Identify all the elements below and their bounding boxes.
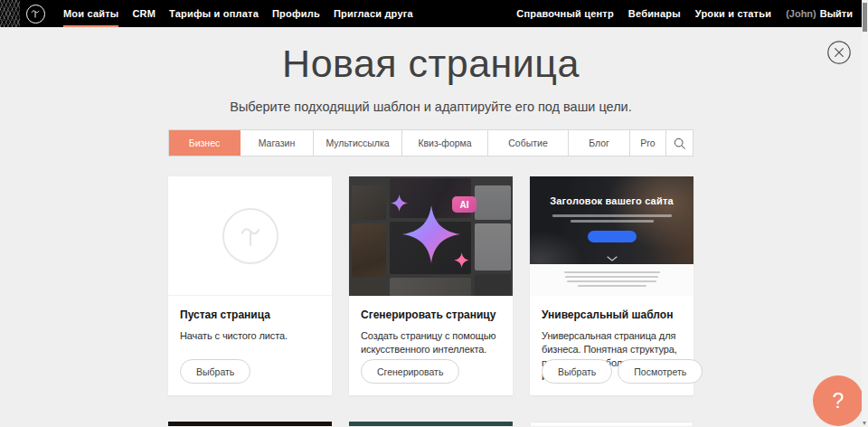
text-line [567,280,656,282]
text-line [565,276,658,278]
nav-webinars[interactable]: Вебинары [628,8,681,19]
tab-blog[interactable]: Блог [569,130,630,156]
hero-cta-button [588,231,637,242]
close-icon [827,41,851,64]
preview-template-button[interactable]: Посмотреть [618,359,703,384]
text-line [564,271,660,273]
tab-shop[interactable]: Магазин [241,130,314,156]
tilda-glyph [235,221,266,251]
tab-event[interactable]: Событие [488,130,569,156]
nav-invite-friend[interactable]: Пригласи друга [334,0,413,27]
page-subtitle: Выберите подходящий шаблон и адаптируйте… [0,100,862,114]
topbar-texture [0,0,20,27]
choose-blank-button[interactable]: Выбрать [180,359,250,384]
user-name: (John) [786,8,816,19]
text-line [578,285,646,287]
nav-crm[interactable]: CRM [132,0,156,27]
template-hero-heading: Заголовок вашего сайта [530,195,693,206]
new-page-modal: Новая страница Выберите подходящий шабло… [0,27,862,427]
nav-help-center[interactable]: Справочный центр [516,8,614,19]
tab-multilink[interactable]: Мультиссылка [314,130,402,156]
card-blank-page: Пустая страница Начать с чистого листа. … [168,176,332,395]
secondary-nav: Справочный центр Вебинары Уроки и статьи… [516,0,853,27]
scrollbar-arrow-down[interactable] [863,422,866,425]
card-ai-generate: AI Сгенерировать страницу Создать страни… [349,176,513,395]
nav-profile[interactable]: Профиль [272,0,320,27]
logout-link[interactable]: Выйти [820,8,853,19]
partial-card[interactable] [349,422,513,426]
tilda-logo-icon[interactable] [26,5,45,24]
card-description: Начать с чистого листа. [180,329,328,343]
nav-tariffs[interactable]: Тарифы и оплата [169,0,259,27]
tab-pro[interactable]: Pro [630,130,666,156]
ai-badge-label: AI [459,200,468,210]
ai-badge: AI [452,196,476,213]
next-cards-row-partial [168,422,693,426]
hero-text-line [552,214,672,217]
partial-card[interactable] [530,422,693,426]
tilda-logo-glyph [29,7,42,20]
card-title: Сгенерировать страницу [361,308,501,321]
ai-generate-preview[interactable]: AI [349,176,513,296]
card-universal-template: Заголовок вашего сайта Универсальный ша [530,176,693,395]
tab-quiz-form[interactable]: Квиз-форма [402,130,488,156]
nav-my-sites[interactable]: Мои сайты [63,0,118,27]
card-description: Создать страницу с помощью искусственног… [361,329,509,356]
chevron-down-icon [607,256,618,261]
search-icon [673,137,686,150]
tab-business[interactable]: Бизнес [169,130,241,156]
topbar: Мои сайты CRM Тарифы и оплата Профиль Пр… [0,0,862,27]
scrollbar-track[interactable] [862,0,868,427]
help-bubble-button[interactable]: ? [813,375,863,426]
template-hero: Заголовок вашего сайта [530,176,693,264]
main-nav: Мои сайты CRM Тарифы и оплата Профиль Пр… [63,0,413,27]
scrollbar-thumb[interactable] [863,3,867,32]
universal-template-preview[interactable]: Заголовок вашего сайта [530,176,693,296]
generate-button[interactable]: Сгенерировать [361,359,459,384]
hero-text-line [571,220,654,223]
close-button[interactable] [827,41,851,64]
template-cards-row: Пустая страница Начать с чистого листа. … [168,176,693,395]
blank-page-preview[interactable] [168,176,332,296]
template-text-section [530,264,693,296]
tilda-watermark-icon [222,208,278,264]
template-category-tabs: Бизнес Магазин Мультиссылка Квиз-форма С… [168,129,693,157]
card-title: Универсальный шаблон [542,308,682,321]
choose-template-button[interactable]: Выбрать [542,359,612,384]
card-title: Пустая страница [180,308,320,321]
tab-search[interactable] [666,130,693,156]
partial-card[interactable] [168,422,332,426]
nav-lessons[interactable]: Уроки и статьи [695,8,771,19]
page-title: Новая страница [0,27,862,85]
ai-sparkle-icon: AI [378,187,485,281]
user-logout[interactable]: (John) Выйти [786,8,853,19]
